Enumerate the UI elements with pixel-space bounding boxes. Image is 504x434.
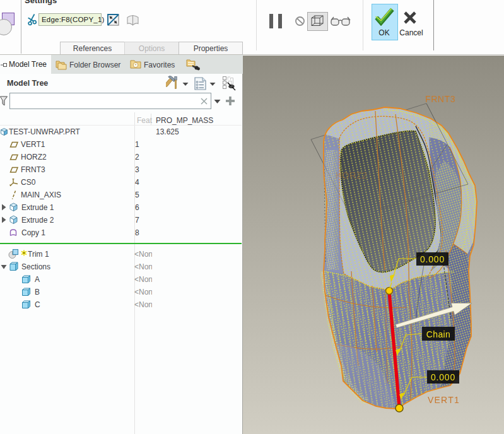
svg-text:0.000: 0.000 xyxy=(420,254,445,264)
svg-text:FRNT3: FRNT3 xyxy=(425,94,455,104)
svg-text:0.000: 0.000 xyxy=(431,372,455,382)
svg-text:VERT1: VERT1 xyxy=(428,395,460,405)
svg-text:Chain: Chain xyxy=(426,329,451,339)
svg-text:*: * xyxy=(134,62,136,68)
svg-text:HORZ2: HORZ2 xyxy=(336,170,367,180)
